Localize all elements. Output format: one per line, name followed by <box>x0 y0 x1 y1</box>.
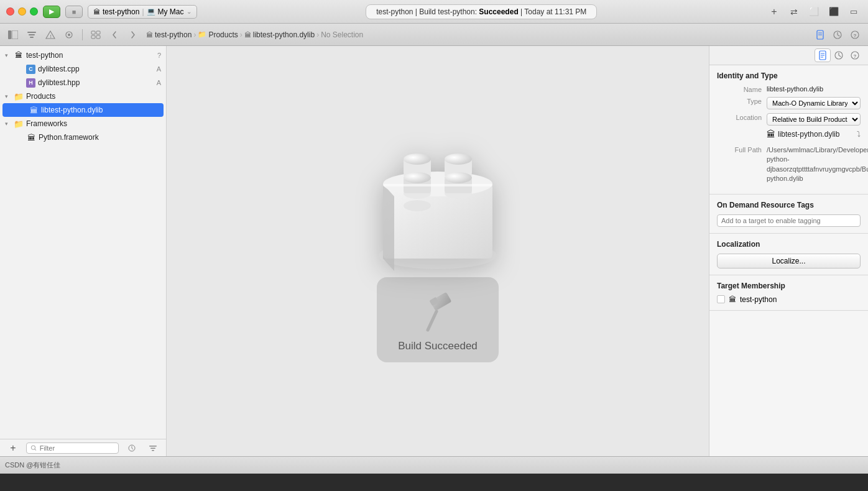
identity-type-section: Identity and Type Name libtest-python.dy… <box>709 65 868 195</box>
breadcrumb-project[interactable]: test-python <box>155 30 192 39</box>
project-label: test-python <box>26 51 155 60</box>
products-arrow-icon <box>5 93 14 99</box>
destination-name: My Mac <box>158 7 184 16</box>
breadcrumb-dylib[interactable]: libtest-python.dylib <box>253 30 315 39</box>
sidebar-item-python-framework[interactable]: 🏛 Python.framework <box>0 131 166 144</box>
svg-rect-21 <box>149 446 157 447</box>
od-resource-title: On Demand Resource Tags <box>717 201 861 209</box>
products-folder-icon: 📁 <box>14 91 24 101</box>
file-inspector-tab[interactable] <box>815 48 831 62</box>
file-inspector-icon <box>815 30 825 40</box>
svg-rect-0 <box>8 30 11 39</box>
add-tab-button[interactable]: + <box>766 5 782 19</box>
title-suffix: | Today at 11:31 PM <box>519 7 587 16</box>
recent-icon <box>127 444 136 452</box>
sidebar-file-tree: 🏛 test-python ? C dylibtest.cpp A H dyli… <box>0 46 166 439</box>
localize-button[interactable]: Localize... <box>717 254 861 268</box>
breadcrumb-selection: No Selection <box>321 30 363 39</box>
svg-rect-3 <box>29 34 35 35</box>
scheme-selector[interactable]: 🏛 test-python | 💻 My Mac ⌄ <box>88 5 197 19</box>
svg-rect-2 <box>27 32 36 33</box>
inspector-file-button[interactable] <box>812 28 828 42</box>
build-success-badge: Build Succeeded <box>377 277 499 362</box>
file-tab-icon <box>818 50 828 60</box>
sidebar-item-project[interactable]: 🏛 test-python ? <box>0 48 166 62</box>
localization-section: Localization Localize... <box>709 234 868 275</box>
svg-text:!: ! <box>50 34 52 39</box>
panel-toggle-button[interactable]: ⬜ <box>806 5 822 19</box>
navigator-back-button[interactable] <box>106 28 122 42</box>
fullpath-row: Full Path /Users/wmlmac/Library/Develope… <box>717 145 861 184</box>
editor-grid-button[interactable] <box>88 28 104 42</box>
svg-point-36 <box>404 172 431 183</box>
inspector-history-button[interactable] <box>829 28 846 42</box>
filter-options-icon <box>149 444 157 452</box>
right-panel-tabs: ? <box>709 46 868 65</box>
type-row: Type Mach-O Dynamic Library <box>717 97 861 109</box>
breakpoint-button[interactable] <box>61 28 77 42</box>
hpp-file-icon: H <box>26 78 35 88</box>
breadcrumb-toolbar: 🏛 test-python › 📁 Products › 🏛 libtest-p… <box>146 30 810 39</box>
target-name: test-python <box>740 295 777 304</box>
back-forward-button[interactable]: ⇄ <box>786 5 802 19</box>
add-file-button[interactable]: + <box>5 441 21 455</box>
right-panel: ? Identity and Type Name libtest-python.… <box>709 46 868 456</box>
svg-line-19 <box>35 449 36 450</box>
history-inspector-tab[interactable] <box>831 48 847 62</box>
libtest-dylib-label: libtest-python.dylib <box>41 106 159 114</box>
sidebar-item-dylibtest-cpp[interactable]: C dylibtest.cpp A <box>0 62 166 76</box>
frameworks-label: Frameworks <box>26 119 161 128</box>
sidebar-item-dylibtest-hpp[interactable]: H dylibtest.hpp A <box>0 76 166 89</box>
inspector-help-button[interactable]: ? <box>847 28 863 42</box>
navigator-filter-button[interactable] <box>24 28 40 42</box>
project-badge: ? <box>157 52 161 59</box>
svg-rect-40 <box>383 184 492 186</box>
breadcrumb-products[interactable]: Products <box>208 30 238 39</box>
panel-split-button[interactable]: ⬛ <box>826 5 842 19</box>
stop-button[interactable]: ■ <box>65 6 83 18</box>
filter-icon <box>27 30 37 39</box>
hammer-icon <box>419 290 456 335</box>
type-select[interactable]: Mach-O Dynamic Library <box>767 97 861 109</box>
chevron-down-icon: ⌄ <box>187 8 192 15</box>
scheme-icon: 🏛 <box>93 8 100 16</box>
help-inspector-tab[interactable]: ? <box>847 48 863 62</box>
breadcrumb-arrow-2: › <box>240 30 242 39</box>
svg-text:?: ? <box>854 53 857 59</box>
forward-icon <box>130 30 136 39</box>
svg-point-33 <box>404 200 431 211</box>
filter-history-button[interactable] <box>124 441 140 455</box>
dylibtest-hpp-badge: A <box>157 79 161 86</box>
od-tags-input[interactable] <box>717 214 861 227</box>
close-button[interactable] <box>6 7 14 16</box>
run-icon: ▶ <box>49 7 54 16</box>
dylibtest-cpp-label: dylibtest.cpp <box>38 65 154 73</box>
sidebar-item-libtest-dylib[interactable]: 🏛 libtest-python.dylib <box>2 103 164 117</box>
reveal-in-finder-icon[interactable]: ⤵ <box>857 130 861 139</box>
filter-options-button[interactable] <box>145 441 161 455</box>
sidebar-icon <box>8 30 18 39</box>
window-title-area: test-python | Build test-python: Succeed… <box>202 4 762 19</box>
main-area: 🏛 test-python ? C dylibtest.cpp A H dyli… <box>0 46 868 456</box>
stop-icon: ■ <box>72 8 76 16</box>
sidebar-toggle-button[interactable] <box>5 28 21 42</box>
location-select[interactable]: Relative to Build Products <box>767 113 861 126</box>
filter-input[interactable] <box>40 444 114 452</box>
toolbar: ! 🏛 test-python › 📁 Products › 🏛 libtest… <box>0 24 868 46</box>
navigator-forward-button[interactable] <box>125 28 141 42</box>
title-prefix: test-python | Build test-python: <box>376 7 479 16</box>
run-button[interactable]: ▶ <box>43 6 60 18</box>
scheme-separator: | <box>142 7 144 16</box>
maximize-button[interactable] <box>30 7 38 16</box>
sidebar-item-products[interactable]: 📁 Products <box>0 89 166 103</box>
target-membership-section: Target Membership 🏛 test-python <box>709 275 868 311</box>
warning-button[interactable]: ! <box>42 28 58 42</box>
panel-full-button[interactable]: ▭ <box>846 5 862 19</box>
breadcrumb-arrow-3: › <box>316 30 319 39</box>
target-checkbox[interactable] <box>717 295 725 303</box>
svg-rect-10 <box>91 35 95 39</box>
minimize-button[interactable] <box>18 7 26 16</box>
target-membership-title: Target Membership <box>717 282 861 290</box>
sidebar-item-frameworks[interactable]: 📁 Frameworks <box>0 117 166 131</box>
svg-point-32 <box>445 154 472 165</box>
